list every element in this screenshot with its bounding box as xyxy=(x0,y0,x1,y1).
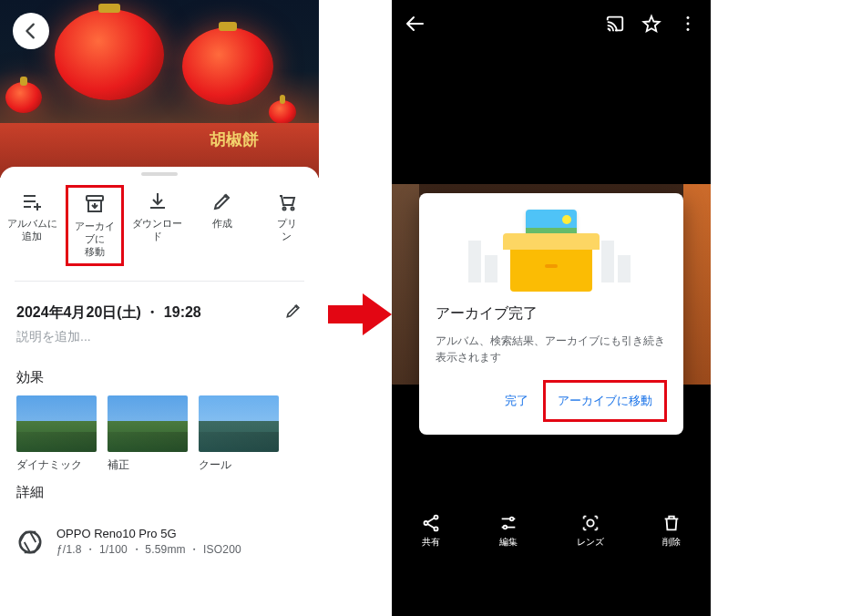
archive-icon xyxy=(84,193,106,215)
action-label: 作成 xyxy=(212,218,232,231)
lantern-decor xyxy=(182,27,273,105)
bottom-label: 削除 xyxy=(662,536,681,549)
svg-point-12 xyxy=(587,519,593,526)
svg-point-2 xyxy=(291,208,293,210)
effect-dynamic[interactable]: ダイナミック xyxy=(16,395,97,473)
effects-row: ダイナミック 補正 クール xyxy=(0,395,319,473)
add-to-album-button[interactable]: アルバムに 追加 xyxy=(3,190,61,261)
dialog-actions: 完了 アーカイブに移動 xyxy=(436,380,667,427)
trash-icon xyxy=(661,513,682,533)
edit-button[interactable]: 編集 xyxy=(498,513,518,549)
photo-hero: 胡椒餅 xyxy=(0,0,319,178)
download-icon xyxy=(147,190,169,212)
bottom-label: 共有 xyxy=(422,536,440,549)
action-label: アルバムに 追加 xyxy=(7,218,57,243)
bottom-bar: 共有 編集 レンズ 削除 xyxy=(392,503,711,558)
more-button[interactable] xyxy=(678,14,698,37)
pencil-icon xyxy=(284,302,302,320)
dialog-done-button[interactable]: 完了 xyxy=(496,385,538,416)
svg-point-7 xyxy=(424,520,427,524)
dialog-title: アーカイブ完了 xyxy=(436,304,667,323)
tune-icon xyxy=(498,513,518,533)
bottom-label: レンズ xyxy=(577,536,604,549)
details-section-title: 詳細 xyxy=(0,473,319,510)
effect-label: クール xyxy=(199,457,279,473)
download-button[interactable]: ダウンロー ド xyxy=(128,190,187,261)
lantern-decor xyxy=(269,100,296,124)
action-label: アーカイブに 移動 xyxy=(70,221,119,258)
pencil-outline-icon xyxy=(211,190,233,212)
stall-sign-text: 胡椒餅 xyxy=(210,128,259,150)
share-button[interactable]: 共有 xyxy=(421,513,441,549)
flow-arrow-icon xyxy=(328,292,392,337)
archive-box-decor xyxy=(510,246,592,292)
cast-icon xyxy=(605,14,625,34)
back-button[interactable] xyxy=(13,13,49,49)
camera-detail-row: OPPO Reno10 Pro 5G ƒ/1.8 ・ 1/100 ・ 5.59m… xyxy=(16,518,302,567)
effect-thumb xyxy=(16,395,97,452)
camera-meta: ƒ/1.8 ・ 1/100 ・ 5.59mm ・ ISO200 xyxy=(56,542,241,558)
action-label: プリ ン xyxy=(277,218,297,243)
screen-archive-dialog: アーカイブ完了 アルバム、検索結果、アーカイブにも引き続き表示されます 完了 ア… xyxy=(392,0,711,616)
dialog-go-archive-button[interactable]: アーカイブに移動 xyxy=(549,385,661,416)
archive-button[interactable]: アーカイブに 移動 xyxy=(66,185,124,266)
svg-point-4 xyxy=(687,16,690,19)
svg-point-5 xyxy=(687,23,690,26)
back-arrow-icon xyxy=(405,13,426,35)
date-row: 2024年4月20日(土) ・ 19:28 xyxy=(0,291,319,329)
playlist-add-icon xyxy=(21,190,43,212)
screen-body: アーカイブ完了 アルバム、検索結果、アーカイブにも引き続き表示されます 完了 ア… xyxy=(392,47,711,558)
archive-dialog: アーカイブ完了 アルバム、検索結果、アーカイブにも引き続き表示されます 完了 ア… xyxy=(419,193,683,435)
create-button[interactable]: 作成 xyxy=(193,190,251,261)
svg-point-11 xyxy=(504,525,508,529)
lens-icon xyxy=(580,513,600,533)
highlight-callout: アーカイブに移動 xyxy=(543,380,667,422)
cart-icon xyxy=(276,190,298,212)
more-vert-icon xyxy=(678,14,698,34)
star-outline-icon xyxy=(641,14,661,34)
svg-point-10 xyxy=(510,517,514,520)
blurred-photo-edge xyxy=(392,184,419,385)
effect-cool[interactable]: クール xyxy=(199,395,279,473)
buildings-decor xyxy=(468,237,501,282)
device-name: OPPO Reno10 Pro 5G xyxy=(56,527,241,540)
buildings-decor xyxy=(601,237,634,282)
dialog-body: アルバム、検索結果、アーカイブにも引き続き表示されます xyxy=(436,333,667,365)
actions-row: アルバムに 追加 アーカイブに 移動 ダウンロー ド 作成 xyxy=(0,183,319,272)
details-block: OPPO Reno10 Pro 5G ƒ/1.8 ・ 1/100 ・ 5.59m… xyxy=(0,510,319,567)
cast-button[interactable] xyxy=(605,14,625,37)
back-arrow-icon xyxy=(21,21,41,41)
screen-photo-info: 胡椒餅 アルバムに 追加 アーカイブに 移動 xyxy=(0,0,319,616)
edit-datetime-button[interactable] xyxy=(284,302,302,323)
lantern-decor xyxy=(55,9,164,100)
svg-point-6 xyxy=(687,28,690,31)
favorite-button[interactable] xyxy=(641,14,661,37)
effect-label: ダイナミック xyxy=(16,457,97,473)
aperture-icon xyxy=(16,529,44,556)
back-button[interactable] xyxy=(405,13,426,38)
share-icon xyxy=(421,513,441,533)
effects-section-title: 効果 xyxy=(0,358,319,395)
divider xyxy=(15,281,304,282)
effect-correction[interactable]: 補正 xyxy=(108,395,188,473)
dialog-illustration xyxy=(436,210,667,292)
effect-thumb xyxy=(199,395,279,452)
blurred-photo-edge xyxy=(683,184,711,385)
svg-point-9 xyxy=(434,527,437,530)
info-sheet: アルバムに 追加 アーカイブに 移動 ダウンロー ド 作成 xyxy=(0,167,319,567)
photo-datetime: 2024年4月20日(土) ・ 19:28 xyxy=(16,303,201,323)
lens-button[interactable]: レンズ xyxy=(577,513,604,549)
lantern-decor xyxy=(5,82,42,113)
svg-point-1 xyxy=(282,208,285,210)
effect-thumb xyxy=(108,395,188,452)
delete-button[interactable]: 削除 xyxy=(661,513,682,549)
add-description-input[interactable]: 説明を追加... xyxy=(0,329,319,358)
effect-label: 補正 xyxy=(108,457,188,473)
svg-point-8 xyxy=(434,515,437,518)
print-button[interactable]: プリ ン xyxy=(258,190,316,261)
topbar xyxy=(392,0,711,47)
action-label: ダウンロー ド xyxy=(132,218,182,243)
svg-rect-0 xyxy=(87,196,103,200)
bottom-label: 編集 xyxy=(499,536,518,549)
